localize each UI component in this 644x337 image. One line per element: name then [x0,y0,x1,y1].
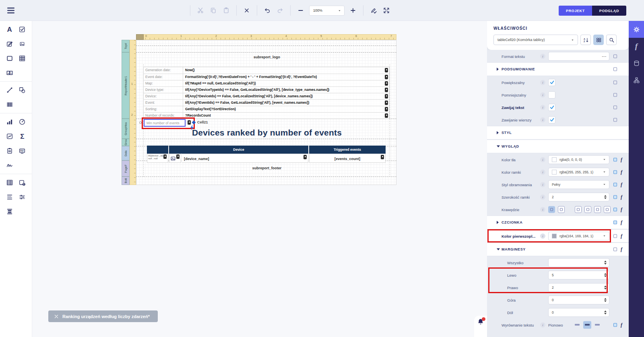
info-icon[interactable]: i [540,80,545,85]
chart-component-icon[interactable] [5,117,14,126]
report-title[interactable]: Devices ranked by number of events [144,128,390,138]
property-pin-checkbox[interactable] [613,118,617,121]
checkbox[interactable] [548,116,555,123]
undo-icon[interactable] [263,6,272,15]
object-selector[interactable]: tableCell20 (Komórka tablicy) [493,35,578,45]
band-label-bott[interactable]: Bott [122,177,130,185]
property-pin-checkbox[interactable] [613,93,617,97]
edge-toggle-button[interactable] [548,206,555,213]
info-icon[interactable]: i [540,233,545,238]
param-row[interactable]: Event:Iif(Any(?EventIds) == False, GetLo… [144,99,389,106]
param-row[interactable]: Event date:FormatString('{0:d}',?EventDa… [144,74,389,80]
footer-band-icon[interactable] [5,207,14,216]
property-pin-checkbox[interactable] [613,195,617,199]
band-label-reportheader1[interactable]: ReportHeader1 [122,52,130,119]
table-header-cell-device[interactable]: Device [169,146,308,154]
podglad-button[interactable]: PODGLĄD [592,6,626,16]
align-option-button[interactable] [573,321,581,329]
info-icon[interactable]: i [540,182,545,187]
report-parameters-table[interactable]: Generation date:Now()Event date:FormatSt… [143,67,390,119]
chevron-right-icon[interactable] [497,68,499,71]
info-icon[interactable]: i [540,157,545,162]
report-tree-icon[interactable] [629,72,644,88]
paste-icon[interactable] [222,6,231,15]
number-stepper[interactable]: 0 [548,308,609,317]
info-icon[interactable]: i [540,53,545,59]
number-stepper[interactable] [548,258,609,267]
indicator-component-icon[interactable] [5,132,14,141]
selected-cell-min-events[interactable]: Min number of events [144,119,186,127]
table-header-cell-events[interactable]: Triggered events [309,146,386,154]
edge-toggle-button[interactable] [604,206,611,213]
stepper-arrows-icon[interactable] [604,310,607,314]
info-icon[interactable]: i [540,194,545,199]
clipboard-component-icon[interactable] [5,146,14,155]
fullscreen-icon[interactable] [382,6,391,15]
image-component-icon[interactable] [18,39,27,48]
cut-icon[interactable] [196,6,205,15]
data-sources-icon[interactable] [629,55,644,72]
property-pin-checkbox[interactable] [613,105,617,109]
table-cell-events-count[interactable]: [events_count] [309,154,386,163]
property-pin-checkbox[interactable] [613,248,617,251]
stepper-arrows-icon[interactable] [604,195,607,199]
table-header-cell-empty[interactable] [147,146,168,154]
menu-icon[interactable] [6,6,16,15]
property-pin-checkbox[interactable] [613,208,617,211]
section-label[interactable]: PODSUMOWANIE [502,67,535,71]
table-cell-expression[interactable]: Iif([device _id] == null , null [147,154,168,163]
info-icon[interactable]: i [540,322,545,327]
zoom-select[interactable]: 100% [309,6,345,16]
info-icon[interactable]: i [540,105,545,110]
number-stepper[interactable]: 0 [548,296,609,304]
properties-gear-icon[interactable] [629,21,644,38]
edge-toggle-button[interactable] [558,206,565,213]
function-binding-icon[interactable]: f [621,206,622,212]
text-component-icon[interactable]: A [5,25,14,34]
pdf-viewer-component-icon[interactable]: PDF [18,146,27,155]
function-binding-icon[interactable]: f [621,194,622,200]
edge-toggle-button[interactable] [594,206,601,213]
section-label[interactable]: MARGINESY [502,247,526,251]
checkbox[interactable] [548,91,555,99]
param-row[interactable]: Map:Iif(?MapId == null, GetLocalizedStri… [144,80,389,86]
chevron-down-icon[interactable] [497,146,500,148]
function-binding-icon[interactable]: f [621,181,622,187]
color-dropdown[interactable]: rgba(0, 0, 0, 0) [548,155,609,164]
header-band-icon[interactable] [5,193,14,201]
design-canvas[interactable]: 01234567 12 Top#ReportHeader1GroupHeaGro… [32,21,487,337]
stepper-arrows-icon[interactable] [604,298,607,302]
zoom-in-icon[interactable] [349,6,357,15]
align-option-button[interactable] [583,321,591,329]
functions-icon[interactable]: f [629,38,644,55]
style-apply-icon[interactable] [369,6,378,15]
band-label-top#[interactable]: Top# [122,40,130,52]
band-label-grouphea[interactable]: GroupHea [122,119,130,139]
band-label-pagef[interactable]: PageF [122,160,130,177]
info-icon[interactable]: i [540,169,545,175]
ellipsis-icon[interactable]: --- [602,54,607,58]
redo-icon[interactable] [276,6,285,15]
stepper-arrows-icon[interactable] [604,273,607,277]
property-pin-checkbox[interactable] [613,54,617,58]
chevron-right-icon[interactable] [497,131,499,134]
param-row[interactable]: Generation date:Now() [144,67,389,74]
table-cell-device-name[interactable]: [device_name] [182,154,308,163]
table-cell-image[interactable] [169,154,181,163]
function-binding-icon[interactable]: f [621,156,622,162]
table-component-icon[interactable] [18,54,27,63]
param-row[interactable]: Device:Iif(Any(?DeviceIds) == False, Get… [144,93,389,99]
property-pin-checkbox[interactable] [613,68,617,71]
zoom-out-icon[interactable] [296,6,305,15]
function-binding-icon[interactable]: f [621,169,622,175]
property-pin-checkbox[interactable] [613,158,617,161]
property-pin-checkbox[interactable] [613,183,617,186]
grid-view-button[interactable] [593,35,604,45]
search-button[interactable] [606,35,617,45]
signature-component-icon[interactable] [5,161,14,170]
align-option-button[interactable] [593,321,601,329]
subreport-footer-text[interactable]: subreport_footer [144,166,390,170]
section-label[interactable]: WYGLĄD [502,144,519,148]
param-row[interactable]: Sorting:GetDisplayText(?SortDirection) [144,106,389,112]
band-label-grou[interactable]: Grou [122,139,130,146]
